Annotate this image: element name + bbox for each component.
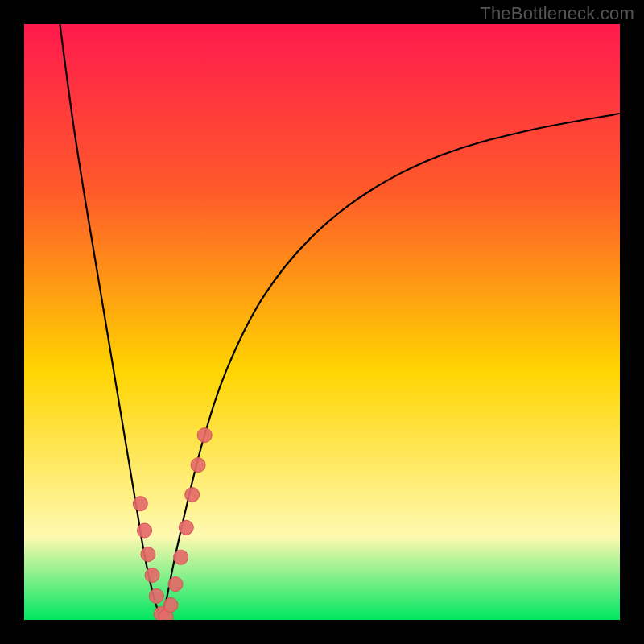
marker-point bbox=[179, 520, 193, 535]
marker-point bbox=[185, 488, 200, 502]
gradient-background bbox=[24, 24, 620, 620]
plot-area bbox=[24, 24, 620, 620]
outer-frame: TheBottleneck.com bbox=[0, 0, 644, 644]
marker-point bbox=[174, 550, 188, 564]
marker-point bbox=[141, 547, 155, 562]
marker-point bbox=[145, 568, 159, 583]
marker-point bbox=[191, 458, 205, 473]
watermark-text: TheBottleneck.com bbox=[480, 3, 634, 24]
marker-point bbox=[133, 497, 147, 511]
marker-point bbox=[168, 577, 183, 592]
marker-point bbox=[138, 523, 152, 538]
marker-point bbox=[149, 588, 163, 603]
marker-point bbox=[197, 428, 212, 443]
chart-svg bbox=[24, 24, 620, 620]
marker-point bbox=[163, 598, 178, 613]
